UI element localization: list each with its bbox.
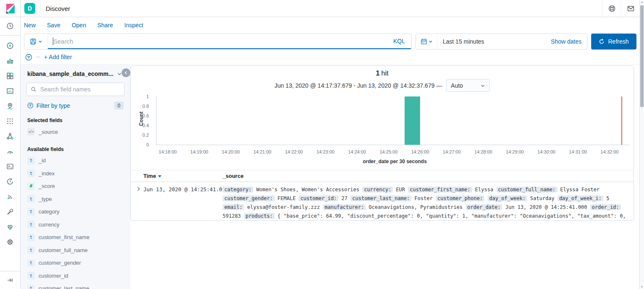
source-field-pill: category:	[223, 187, 253, 193]
source-field-pill: customer_id:	[299, 195, 338, 201]
scroll-up-icon[interactable]: ▲	[640, 1, 644, 3]
kibana-logo-icon	[5, 3, 16, 14]
time-range-caption: Jun 13, 2020 @ 14:17:37.679 - Jun 13, 20…	[275, 82, 442, 89]
nav-monitoring[interactable]	[0, 219, 20, 234]
string-field-icon: t	[27, 169, 35, 177]
toolbar-share-button[interactable]: Share	[97, 22, 113, 29]
field-name: customer_id	[39, 273, 68, 279]
nav-management[interactable]	[0, 234, 20, 250]
search-icon	[31, 86, 36, 92]
metrics-icon	[6, 148, 14, 155]
interval-value: Auto	[451, 82, 463, 89]
collapse-sidebar-button[interactable]	[122, 68, 130, 77]
uptime-icon	[6, 178, 14, 185]
string-field-icon: t	[27, 157, 35, 164]
siem-icon	[6, 193, 14, 200]
collapse-nav-button[interactable]	[7, 273, 13, 288]
help-icon	[608, 5, 615, 12]
text-caret	[53, 37, 53, 45]
field-currency[interactable]: tcurrency	[26, 218, 125, 231]
saved-query-menu-button[interactable]	[24, 34, 48, 49]
field-category[interactable]: tcategory	[26, 206, 125, 219]
help-button[interactable]	[602, 0, 621, 17]
nav-dashboard[interactable]	[0, 68, 20, 83]
source-column-header: _source	[223, 173, 244, 179]
filter-by-type-button[interactable]: Filter by type 0	[26, 102, 125, 109]
top-bar: D Discover	[0, 0, 640, 17]
field-customer_id[interactable]: tcustomer_id	[26, 269, 125, 282]
string-field-icon: t	[27, 208, 35, 216]
show-dates-button[interactable]: Show dates	[551, 38, 587, 45]
nav-recently-viewed[interactable]	[0, 18, 20, 34]
nav-machine-learning[interactable]	[0, 114, 20, 129]
nav-canvas[interactable]	[0, 83, 20, 99]
plot-area	[156, 96, 629, 145]
toolbar-new-button[interactable]: New	[24, 22, 36, 29]
toolbar-save-button[interactable]: Save	[47, 22, 60, 29]
field-_score[interactable]: #_score	[26, 180, 125, 193]
field-customer_last_name[interactable]: tcustomer_last_name	[26, 282, 125, 289]
nav-maps[interactable]	[0, 99, 20, 114]
expand-row-button[interactable]	[131, 185, 143, 221]
management-icon	[6, 238, 14, 246]
field-customer_gender[interactable]: tcustomer_gender	[26, 257, 125, 270]
add-filter-button[interactable]: + Add filter	[44, 54, 72, 60]
field-search-input[interactable]	[39, 86, 120, 93]
kibana-logo[interactable]	[0, 0, 21, 17]
field-_source[interactable]: </>_source	[26, 125, 125, 138]
number-field-icon: #	[27, 182, 35, 190]
vertical-scrollbar[interactable]: ▲ ▼	[639, 0, 644, 289]
chevron-down-icon	[38, 39, 42, 44]
x-tick-label: 14:26:00	[411, 149, 429, 154]
string-field-icon: t	[27, 259, 35, 267]
source-field-icon: </>	[27, 128, 35, 135]
x-tick-label: 14:30:00	[538, 149, 556, 154]
scrollbar-thumb[interactable]	[640, 5, 644, 107]
newsfeed-button[interactable]	[621, 0, 640, 17]
date-picker-button[interactable]	[416, 34, 437, 49]
index-pattern-switcher[interactable]: kibana_sample_data_ecomm...	[27, 70, 124, 77]
nav-graph[interactable]	[0, 129, 20, 144]
nav-uptime[interactable]	[0, 174, 20, 189]
filter-icon[interactable]	[25, 54, 32, 61]
y-axis-ticks: 10.80.60.40.20	[131, 96, 153, 145]
refresh-label: Refresh	[608, 38, 628, 45]
field-customer_full_name[interactable]: tcustomer_full_name	[26, 244, 125, 257]
time-range-value[interactable]: Last 15 minutes	[437, 38, 484, 45]
toolbar-open-button[interactable]: Open	[72, 22, 86, 29]
nav-siem[interactable]	[0, 189, 20, 204]
field-_id[interactable]: t_id	[26, 154, 125, 167]
table-row: Jun 13, 2020 @ 14:25:41.000 category: Wo…	[131, 182, 634, 221]
search-input[interactable]	[48, 38, 387, 45]
filter-count-badge: 0	[114, 102, 124, 109]
selected-fields-list: </>_source	[26, 125, 125, 138]
field-customer_first_name[interactable]: tcustomer_first_name	[26, 231, 125, 244]
y-tick-label: 1	[146, 94, 149, 99]
field-_type[interactable]: t_type	[26, 193, 125, 206]
histogram-chart[interactable]: Count 10.80.60.40.20	[131, 96, 634, 147]
scroll-down-icon[interactable]: ▼	[640, 286, 644, 288]
x-tick-label: 14:20:00	[222, 149, 240, 154]
interval-select[interactable]: Auto	[446, 79, 490, 92]
nav-discover[interactable]	[0, 38, 20, 53]
filter-icon	[27, 102, 34, 109]
field-_index[interactable]: t_index	[26, 167, 125, 180]
refresh-button[interactable]: Refresh	[591, 34, 636, 49]
x-tick-label: 14:23:00	[317, 149, 335, 154]
mail-icon	[627, 5, 634, 12]
discover-toolbar: NewSaveOpenShareInspect	[21, 17, 640, 33]
x-axis-title: order_date per 30 seconds	[156, 159, 634, 164]
y-tick-label: 0.6	[143, 113, 149, 118]
string-field-icon: t	[27, 234, 35, 241]
query-language-button[interactable]: KQL	[387, 38, 411, 44]
time-column-header[interactable]: Time	[131, 173, 223, 179]
nav-metrics[interactable]	[0, 144, 20, 159]
source-field-pill: order_date:	[466, 204, 502, 210]
histogram-bar[interactable]	[405, 96, 421, 145]
nav-dev-tools[interactable]	[0, 204, 20, 219]
available-fields-list: t_idt_index#_scoret_typetcategorytcurren…	[26, 154, 125, 289]
nav-visualize[interactable]	[0, 53, 20, 68]
nav-logs[interactable]	[0, 159, 20, 174]
discover-icon	[6, 42, 14, 49]
toolbar-inspect-button[interactable]: Inspect	[125, 22, 143, 29]
